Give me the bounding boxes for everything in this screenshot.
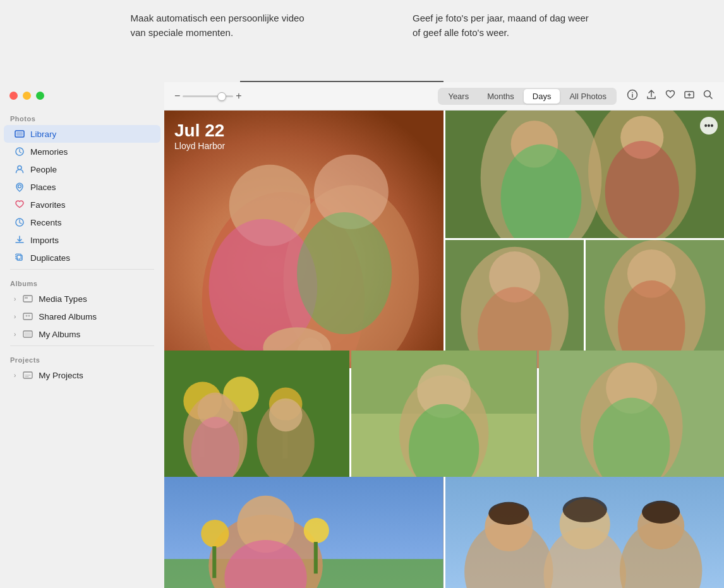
photo-row-3	[164, 477, 724, 588]
more-options-button[interactable]: •••	[700, 117, 718, 135]
sidebar-my-projects-label: My Projects	[39, 371, 83, 380]
zoom-thumb	[217, 92, 226, 101]
window-controls	[9, 92, 44, 100]
sidebar-shared-albums-label: Shared Albums	[39, 312, 97, 321]
minimize-button[interactable]	[23, 92, 31, 100]
sidebar-item-memories[interactable]: Memories	[4, 143, 160, 160]
photo-right-top[interactable]: •••	[445, 111, 725, 238]
sidebar-item-media-types[interactable]: › Media Types	[4, 290, 160, 308]
sidebar-favorites-label: Favorites	[30, 200, 66, 210]
main-content: − + Years Months Days All Photos	[164, 82, 724, 588]
memories-icon	[14, 146, 25, 157]
close-button[interactable]	[9, 92, 18, 100]
heart-icon[interactable]	[665, 89, 676, 104]
tab-all-photos[interactable]: All Photos	[560, 89, 615, 104]
svg-point-81	[488, 502, 529, 525]
svg-point-4	[18, 185, 21, 188]
photo-main-large[interactable]: Jul 22 Lloyd Harbor	[164, 111, 443, 368]
svg-point-54	[269, 399, 303, 432]
photo-r2-1-svg	[164, 351, 349, 477]
sidebar-memories-label: Memories	[30, 147, 68, 157]
sidebar-duplicates-label: Duplicates	[30, 253, 70, 263]
tooltip-right: Geef je foto's per jaar, maand of dag we…	[375, 11, 724, 40]
tooltip-text-right: Geef je foto's per jaar, maand of dag we…	[413, 11, 589, 40]
photo-row2-3[interactable]	[539, 351, 724, 477]
tab-days[interactable]: Days	[524, 89, 560, 104]
svg-rect-14	[25, 332, 31, 336]
maximize-button[interactable]	[36, 92, 44, 100]
sidebar-media-types-label: Media Types	[39, 294, 87, 304]
media-types-icon	[22, 293, 33, 304]
svg-rect-9	[25, 297, 28, 299]
expand-icon-shared: ›	[14, 313, 16, 320]
sidebar-item-recents[interactable]: Recents	[4, 213, 160, 231]
svg-rect-7	[16, 254, 21, 259]
photo-row2-2[interactable]	[351, 351, 536, 477]
sidebar-separator-1	[10, 269, 154, 270]
info-icon[interactable]	[627, 89, 638, 104]
zoom-out-button[interactable]: −	[174, 90, 180, 102]
zoom-in-button[interactable]: +	[236, 90, 241, 102]
svg-point-12	[28, 315, 30, 317]
svg-point-71	[304, 518, 329, 543]
search-icon[interactable]	[703, 89, 714, 104]
photos-section-label: Photos	[0, 107, 164, 125]
favorites-icon	[14, 199, 25, 210]
sidebar-item-my-albums[interactable]: › My Albums	[4, 325, 160, 343]
photo-right-bottom-right[interactable]	[586, 240, 724, 368]
photo-right-top-svg	[445, 111, 725, 238]
svg-point-17	[632, 92, 633, 93]
view-tabs: Years Months Days All Photos	[438, 88, 617, 105]
svg-rect-8	[23, 296, 32, 302]
sidebar-library-label: Library	[30, 129, 56, 139]
sidebar-item-duplicates[interactable]: Duplicates	[4, 249, 160, 267]
sidebar-item-library[interactable]: Library	[4, 125, 160, 143]
photo-r3-1-svg	[164, 477, 443, 588]
photo-row-2	[164, 351, 724, 477]
zoom-controls: − +	[174, 90, 242, 102]
add-to-album-icon[interactable]	[684, 89, 695, 104]
sidebar-item-shared-albums[interactable]: › Shared Albums	[4, 308, 160, 325]
svg-point-82	[562, 497, 606, 522]
toolbar: − + Years Months Days All Photos	[164, 82, 724, 111]
sidebar-item-imports[interactable]: Imports	[4, 231, 160, 249]
library-icon	[14, 128, 25, 140]
expand-icon-media: ›	[14, 296, 16, 303]
people-icon	[14, 164, 25, 175]
duplicates-icon	[14, 252, 25, 263]
tooltip-text-left: Maak automatisch een persoonlijke video …	[131, 11, 308, 40]
photo-row3-2[interactable]	[445, 477, 725, 588]
tab-years[interactable]: Years	[439, 89, 478, 104]
sidebar-item-places[interactable]: Places	[4, 178, 160, 196]
svg-rect-1	[16, 132, 23, 136]
sidebar-item-people[interactable]: People	[4, 160, 160, 178]
svg-rect-72	[212, 546, 216, 578]
expand-icon-my-albums: ›	[14, 331, 16, 338]
photo-row2-1[interactable]	[164, 351, 349, 477]
tooltip-bracket	[240, 81, 443, 82]
sidebar-item-my-projects[interactable]: › My Projects	[4, 366, 160, 384]
projects-section-label: Projects	[0, 349, 164, 366]
zoom-slider[interactable]	[183, 95, 233, 97]
shared-albums-icon	[22, 311, 33, 322]
sidebar-places-label: Places	[30, 183, 56, 192]
svg-point-26	[297, 212, 392, 334]
sidebar-imports-label: Imports	[30, 236, 59, 245]
sidebar-item-favorites[interactable]: Favorites	[4, 196, 160, 213]
tab-months[interactable]: Months	[478, 89, 523, 104]
svg-rect-73	[314, 542, 318, 573]
photo-date-location: Lloyd Harbor	[174, 141, 225, 151]
recents-icon	[14, 217, 25, 228]
photo-right-bottom-left[interactable]	[445, 240, 584, 368]
my-projects-icon	[22, 369, 33, 381]
svg-rect-6	[17, 255, 22, 260]
sidebar: Photos Library Memories	[0, 0, 164, 588]
photo-row3-1[interactable]	[164, 477, 443, 588]
tooltip-area: Maak automatisch een persoonlijke video …	[0, 0, 724, 82]
svg-point-70	[201, 520, 229, 548]
svg-point-83	[642, 501, 680, 524]
sidebar-my-albums-label: My Albums	[39, 330, 80, 339]
share-icon[interactable]	[646, 89, 657, 104]
photo-r3-2-svg	[445, 477, 725, 588]
svg-point-11	[26, 315, 28, 317]
